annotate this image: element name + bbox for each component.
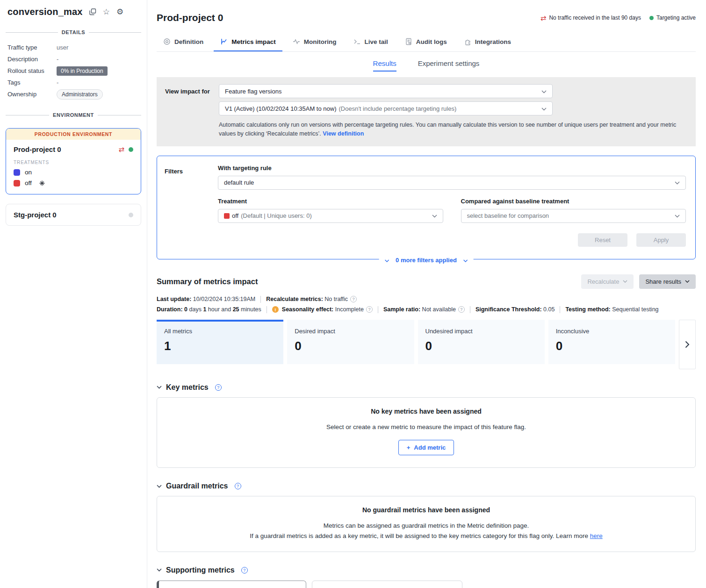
help-icon[interactable]: ? xyxy=(350,296,357,302)
guardrail-line1: Metrics can be assigned as guardrail met… xyxy=(324,522,529,529)
target-icon xyxy=(163,38,171,45)
tab-label: Definition xyxy=(174,38,203,45)
detail-value: - xyxy=(57,56,58,63)
default-treatment-asterisk-icon xyxy=(39,180,45,186)
recalculate-metrics-label: Recalculate metrics: xyxy=(266,296,323,302)
cards-scroll-right-button[interactable] xyxy=(679,320,696,369)
filters-box: Filters With targeting rule default rule… xyxy=(157,156,696,259)
chevron-down-icon xyxy=(432,212,437,219)
baseline-select[interactable]: select baseline for comparison xyxy=(461,209,686,223)
empty-state-text: Select or create a new metric to measure… xyxy=(166,422,686,432)
supporting-metrics-title: Supporting metrics xyxy=(166,566,235,574)
duration-minutes: 25 xyxy=(233,306,239,313)
last-update-value: 10/02/2024 10:35:19AM xyxy=(193,296,255,302)
document-search-icon xyxy=(405,38,412,45)
targeting-rule-label: With targeting rule xyxy=(218,165,686,172)
card-value: 0 xyxy=(556,339,668,353)
tab-metrics-impact[interactable]: Metrics impact xyxy=(214,34,282,51)
puzzle-icon xyxy=(464,38,471,45)
ownership-pill[interactable]: Administrators xyxy=(57,89,103,100)
tab-definition[interactable]: Definition xyxy=(157,34,210,51)
tab-integrations[interactable]: Integrations xyxy=(457,34,518,51)
card-undesired-impact[interactable]: Undesired impact 0 xyxy=(418,320,545,364)
treatment-on-swatch xyxy=(14,169,20,176)
chevron-right-icon xyxy=(685,341,690,348)
collapse-chevron-icon[interactable] xyxy=(157,386,162,389)
production-environment-card[interactable]: PRODUCTION ENVIRONMENT Prod-project 0 ⇄ … xyxy=(6,128,141,194)
view-definition-link[interactable]: View definition xyxy=(323,130,364,137)
no-traffic-icon: ⇄ xyxy=(540,14,547,22)
staging-environment-card[interactable]: Stg-project 0 xyxy=(6,204,141,226)
more-filters-label: 0 more filters applied xyxy=(396,257,457,264)
recalculate-metrics-value: No traffic xyxy=(324,296,348,302)
divider xyxy=(560,306,560,313)
share-results-button[interactable]: Share results xyxy=(639,274,696,289)
gear-icon[interactable]: ⚙ xyxy=(116,8,123,16)
subtab-results[interactable]: Results xyxy=(373,59,396,72)
last-update-label: Last update: xyxy=(157,296,191,302)
copy-icon[interactable] xyxy=(89,8,96,15)
manage-metrics-card[interactable]: + Manage metrics xyxy=(312,581,462,588)
warning-icon: ! xyxy=(272,306,279,313)
detail-label: Ownership xyxy=(7,91,57,98)
sample-ratio-label: Sample ratio: xyxy=(383,306,420,313)
header-status: ⇄ No traffic received in the last 90 day… xyxy=(540,14,696,22)
recalculate-button[interactable]: Recalculate xyxy=(581,274,634,289)
reset-button[interactable]: Reset xyxy=(578,233,627,247)
chevron-down-icon xyxy=(384,257,389,264)
testing-method-value: Sequential testing xyxy=(612,306,658,313)
help-icon[interactable]: ? xyxy=(235,483,241,489)
treatment-off-swatch xyxy=(224,213,230,219)
card-label: Undesired impact xyxy=(425,328,537,335)
tab-label: Audit logs xyxy=(416,38,447,45)
environment-title: ENVIRONMENT xyxy=(53,112,94,118)
treatment-off-label: off xyxy=(25,179,32,186)
add-metric-button[interactable]: + Add metric xyxy=(398,440,454,455)
card-inconclusive[interactable]: Inconclusive 0 xyxy=(548,320,675,364)
targeting-rule-select[interactable]: default rule xyxy=(218,176,686,190)
chevron-down-icon xyxy=(463,257,468,264)
impact-type-select[interactable]: Feature flag versions xyxy=(219,84,553,98)
help-icon[interactable]: ? xyxy=(366,306,373,313)
details-list: Traffic type user Description - Rollout … xyxy=(0,42,147,100)
details-divider: DETAILS xyxy=(6,29,141,35)
help-icon[interactable]: ? xyxy=(458,306,465,313)
tab-label: Metrics impact xyxy=(231,38,276,45)
collapse-chevron-icon[interactable] xyxy=(157,568,162,572)
learn-more-link[interactable]: here xyxy=(590,532,603,539)
key-metrics-header: Key metrics ? xyxy=(157,383,696,392)
card-value: 0 xyxy=(295,339,406,353)
card-all-metrics[interactable]: All metrics 1 xyxy=(157,320,283,364)
star-icon[interactable]: ☆ xyxy=(103,8,110,16)
apply-button[interactable]: Apply xyxy=(636,233,686,247)
treatment-on-label: on xyxy=(25,169,32,176)
subtab-experiment-settings[interactable]: Experiment settings xyxy=(418,59,480,72)
collapse-chevron-icon[interactable] xyxy=(157,485,162,488)
card-desired-impact[interactable]: Desired impact 0 xyxy=(287,320,414,364)
tab-audit-logs[interactable]: Audit logs xyxy=(398,34,454,51)
divider xyxy=(470,306,470,313)
detail-rollout-status: Rollout status 0% in Production xyxy=(7,65,139,77)
main-content: Prod-project 0 ⇄ No traffic received in … xyxy=(147,0,706,588)
baseline-placeholder: select baseline for comparison xyxy=(467,212,549,219)
more-filters-toggle[interactable]: 0 more filters applied xyxy=(379,257,474,264)
card-value: 1 xyxy=(164,339,276,353)
version-select[interactable]: V1 (Active) (10/02/2024 10:35AM to now) … xyxy=(219,101,553,115)
targeting-status: Targeting active xyxy=(649,14,696,21)
help-icon[interactable]: ? xyxy=(215,384,222,391)
chevron-down-icon xyxy=(541,88,547,95)
targeting-active-dot xyxy=(129,147,133,152)
metric-card-conversion[interactable]: conversion NOT AVAILABLE N/A ? No calcul… xyxy=(157,581,306,588)
detail-value: user xyxy=(57,44,68,51)
sample-ratio-value: Not available xyxy=(422,306,456,313)
help-icon[interactable]: ? xyxy=(241,567,248,574)
tab-label: Live tail xyxy=(365,38,388,45)
tab-live-tail[interactable]: Live tail xyxy=(347,34,395,51)
environment-name: Stg-project 0 xyxy=(14,211,57,219)
metric-summary-cards: All metrics 1 Desired impact 0 Undesired… xyxy=(157,320,696,369)
treatment-select[interactable]: off (Default | Unique users: 0) xyxy=(218,209,443,223)
detail-label: Traffic type xyxy=(7,44,57,51)
production-environment-body: Prod-project 0 ⇄ TREATMENTS on off xyxy=(6,140,141,194)
tab-monitoring[interactable]: Monitoring xyxy=(286,34,343,51)
detail-traffic-type: Traffic type user xyxy=(7,42,139,53)
